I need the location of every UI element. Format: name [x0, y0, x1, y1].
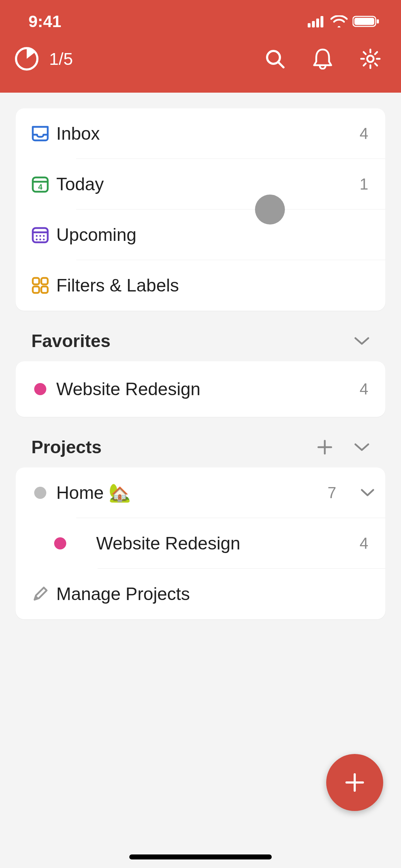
content: Inbox 4 4 Today 1 [0, 93, 401, 619]
svg-rect-5 [354, 18, 374, 25]
svg-line-15 [364, 52, 366, 54]
productivity-button[interactable]: 1/5 [14, 46, 73, 71]
projects-collapse-button[interactable] [352, 437, 372, 457]
nav-item-inbox[interactable]: Inbox 4 [16, 108, 385, 159]
svg-rect-3 [321, 16, 323, 27]
pencil-icon [24, 585, 56, 603]
chevron-down-icon [354, 442, 370, 452]
toolbar: 1/5 [0, 32, 401, 71]
svg-rect-30 [33, 278, 39, 284]
nav-item-label: Upcoming [56, 224, 350, 245]
svg-point-24 [36, 235, 38, 237]
notifications-button[interactable] [311, 47, 334, 70]
nav-item-count: 4 [350, 125, 378, 143]
plus-icon [317, 439, 333, 455]
inbox-icon [24, 124, 56, 143]
nav-item-label: Filters & Labels [56, 275, 350, 296]
grid-icon [24, 276, 56, 295]
status-time: 9:41 [28, 12, 61, 31]
gear-icon [360, 48, 381, 69]
cellular-icon [308, 15, 326, 27]
status-bar: 9:41 [0, 11, 401, 32]
svg-point-28 [40, 239, 41, 241]
nav-item-label: Today [56, 174, 350, 195]
manage-projects-label: Manage Projects [56, 584, 385, 604]
svg-point-29 [43, 239, 45, 241]
svg-line-18 [364, 63, 366, 66]
chevron-down-icon [360, 488, 375, 497]
projects-header[interactable]: Projects [16, 417, 385, 467]
svg-point-25 [40, 235, 41, 237]
favorites-header[interactable]: Favorites [16, 311, 385, 361]
svg-rect-0 [308, 23, 311, 27]
svg-rect-1 [312, 21, 315, 27]
svg-text:4: 4 [38, 182, 43, 191]
favorite-item[interactable]: Website Redesign 4 [16, 361, 385, 417]
project-color-dot [24, 383, 56, 395]
project-expand-button[interactable] [353, 488, 382, 497]
svg-rect-33 [41, 286, 48, 293]
calendar-upcoming-icon [24, 225, 56, 244]
svg-rect-32 [33, 286, 39, 293]
project-label: Home 🏡 [56, 482, 318, 503]
svg-rect-6 [377, 19, 379, 24]
svg-point-26 [43, 235, 45, 237]
favorites-card: Website Redesign 4 [16, 361, 385, 417]
svg-point-27 [36, 239, 38, 241]
project-color-dot [44, 537, 76, 549]
projects-card: Home 🏡 7 Website Redesign 4 [16, 467, 385, 619]
project-item-website-redesign[interactable]: Website Redesign 4 [16, 518, 385, 569]
status-indicators [308, 15, 380, 28]
nav-item-count: 1 [350, 175, 378, 193]
project-label: Website Redesign [96, 533, 350, 554]
add-project-button[interactable] [315, 437, 335, 457]
touch-cursor-artifact [255, 195, 285, 224]
nav-item-today[interactable]: 4 Today 1 [16, 159, 385, 210]
progress-ring-icon [14, 46, 39, 71]
svg-rect-2 [316, 19, 319, 27]
project-count: 4 [350, 534, 378, 552]
manage-projects-button[interactable]: Manage Projects [16, 569, 385, 619]
favorites-title: Favorites [31, 331, 110, 351]
svg-point-10 [367, 56, 374, 62]
search-button[interactable] [264, 47, 286, 70]
svg-line-16 [375, 63, 377, 66]
project-color-dot [24, 487, 56, 499]
project-count: 7 [318, 484, 346, 502]
bell-icon [313, 48, 333, 69]
home-indicator[interactable] [129, 854, 272, 859]
nav-item-upcoming[interactable]: Upcoming [16, 210, 385, 260]
smart-lists-card: Inbox 4 4 Today 1 [16, 108, 385, 311]
calendar-today-icon: 4 [24, 175, 56, 194]
svg-line-17 [375, 52, 377, 54]
svg-rect-31 [41, 278, 48, 284]
project-item-home[interactable]: Home 🏡 7 [16, 467, 385, 518]
search-icon [264, 48, 286, 69]
favorites-collapse-button[interactable] [352, 331, 372, 351]
battery-icon [353, 15, 380, 28]
nav-item-filters-labels[interactable]: Filters & Labels [16, 260, 385, 311]
app-header: 9:41 [0, 0, 401, 93]
favorite-count: 4 [350, 380, 378, 398]
progress-label: 1/5 [49, 49, 73, 69]
plus-icon [342, 770, 367, 795]
svg-line-9 [278, 62, 283, 67]
add-task-fab[interactable] [326, 754, 383, 811]
settings-button[interactable] [359, 47, 382, 70]
projects-title: Projects [31, 437, 101, 458]
favorite-label: Website Redesign [56, 379, 350, 399]
wifi-icon [330, 15, 348, 27]
chevron-down-icon [354, 336, 370, 346]
nav-item-label: Inbox [56, 123, 350, 144]
